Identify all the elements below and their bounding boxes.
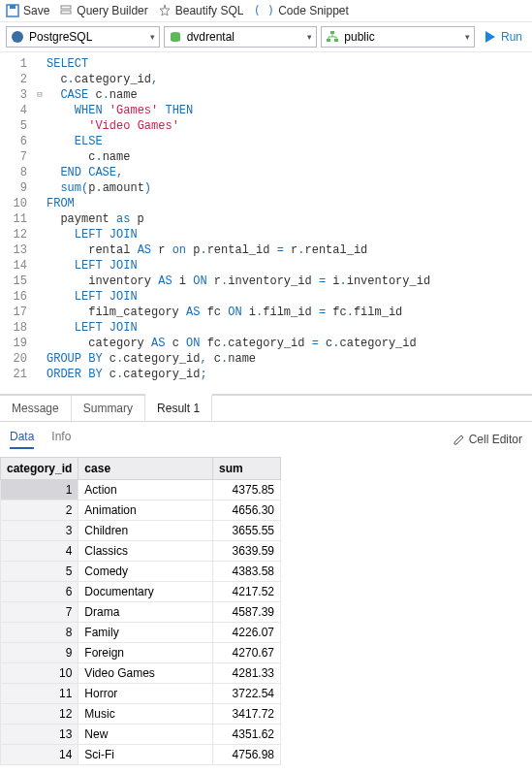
cell-sum[interactable]: 4226.07 — [213, 623, 281, 643]
tab-result1[interactable]: Result 1 — [145, 394, 212, 421]
table-row[interactable]: 3Children3655.55 — [1, 521, 281, 541]
cell-sum[interactable]: 4281.33 — [213, 663, 281, 684]
query-builder-button[interactable]: Query Builder — [59, 4, 147, 17]
cell-case[interactable]: Family — [78, 623, 213, 643]
beautify-sql-button[interactable]: Beautify SQL — [158, 4, 244, 17]
cell-category-id[interactable]: 9 — [1, 643, 78, 663]
table-row[interactable]: 13New4351.62 — [1, 725, 281, 745]
cell-case[interactable]: Comedy — [78, 562, 213, 582]
code-line[interactable]: 13 rental AS r on p.rental_id = r.rental… — [0, 242, 532, 258]
code-line[interactable]: 1SELECT — [0, 56, 532, 72]
cell-category-id[interactable]: 5 — [1, 562, 78, 582]
table-row[interactable]: 8Family4226.07 — [1, 623, 281, 643]
code-line[interactable]: 12 LEFT JOIN — [0, 227, 532, 242]
code-line[interactable]: 20GROUP BY c.category_id, c.name — [0, 351, 532, 367]
database-dropdown[interactable]: dvdrental ▾ — [164, 26, 318, 48]
fold-toggle[interactable]: ⊟ — [33, 87, 47, 103]
cell-sum[interactable]: 4270.67 — [213, 643, 281, 663]
code-line[interactable]: 16 LEFT JOIN — [0, 289, 532, 305]
cell-category-id[interactable]: 13 — [1, 725, 78, 745]
schema-dropdown[interactable]: public ▾ — [321, 26, 475, 48]
cell-category-id[interactable]: 8 — [1, 623, 78, 643]
code-line[interactable]: 6 ELSE — [0, 134, 532, 149]
cell-sum[interactable]: 4383.58 — [213, 562, 281, 582]
code-line[interactable]: 15 inventory AS i ON r.inventory_id = i.… — [0, 274, 532, 289]
cell-case[interactable]: Sci-Fi — [78, 745, 213, 765]
cell-sum[interactable]: 4587.39 — [213, 602, 281, 623]
cell-category-id[interactable]: 7 — [1, 602, 78, 623]
cell-sum[interactable]: 4656.30 — [213, 500, 281, 521]
cell-sum[interactable]: 3639.59 — [213, 541, 281, 562]
table-row[interactable]: 9Foreign4270.67 — [1, 643, 281, 663]
tab-message[interactable]: Message — [0, 396, 72, 421]
cell-case[interactable]: New — [78, 725, 213, 745]
cell-category-id[interactable]: 1 — [1, 480, 78, 500]
code-line[interactable]: 3⊟ CASE c.name — [0, 87, 532, 103]
code-line[interactable]: 11 payment as p — [0, 211, 532, 227]
cell-category-id[interactable]: 4 — [1, 541, 78, 562]
code-line[interactable]: 10FROM — [0, 196, 532, 211]
cell-category-id[interactable]: 12 — [1, 704, 78, 725]
cell-case[interactable]: Music — [78, 704, 213, 725]
line-number: 14 — [0, 258, 33, 274]
col-sum[interactable]: sum — [213, 458, 281, 480]
table-row[interactable]: 4Classics3639.59 — [1, 541, 281, 562]
table-row[interactable]: 12Music3417.72 — [1, 704, 281, 725]
run-button[interactable]: Run — [479, 29, 526, 45]
cell-case[interactable]: Documentary — [78, 582, 213, 602]
code-line[interactable]: 2 c.category_id, — [0, 72, 532, 87]
table-row[interactable]: 11Horror3722.54 — [1, 684, 281, 704]
table-row[interactable]: 2Animation4656.30 — [1, 500, 281, 521]
cell-category-id[interactable]: 2 — [1, 500, 78, 521]
code-line[interactable]: 14 LEFT JOIN — [0, 258, 532, 274]
cell-case[interactable]: Horror — [78, 684, 213, 704]
cell-case[interactable]: Foreign — [78, 643, 213, 663]
cell-sum[interactable]: 4217.52 — [213, 582, 281, 602]
cell-editor-button[interactable]: Cell Editor — [453, 433, 522, 446]
code-line[interactable]: 5 'Video Games' — [0, 118, 532, 134]
code-line[interactable]: 4 WHEN 'Games' THEN — [0, 103, 532, 118]
cell-category-id[interactable]: 6 — [1, 582, 78, 602]
data-tab-data[interactable]: Data — [10, 430, 34, 449]
cell-category-id[interactable]: 14 — [1, 745, 78, 765]
cell-sum[interactable]: 4375.85 — [213, 480, 281, 500]
cell-case[interactable]: Drama — [78, 602, 213, 623]
result-tabs: Message Summary Result 1 — [0, 394, 532, 422]
cell-case[interactable]: Video Games — [78, 663, 213, 684]
cell-sum[interactable]: 3655.55 — [213, 521, 281, 541]
code-line[interactable]: 7 c.name — [0, 149, 532, 165]
cell-case[interactable]: Classics — [78, 541, 213, 562]
cell-case[interactable]: Action — [78, 480, 213, 500]
save-button[interactable]: Save — [6, 4, 49, 17]
data-tab-info[interactable]: Info — [51, 430, 71, 449]
cell-category-id[interactable]: 10 — [1, 663, 78, 684]
cell-sum[interactable]: 4351.62 — [213, 725, 281, 745]
code-line[interactable]: 19 category AS c ON fc.category_id = c.c… — [0, 336, 532, 351]
table-row[interactable]: 10Video Games4281.33 — [1, 663, 281, 684]
cell-sum[interactable]: 3417.72 — [213, 704, 281, 725]
code-line[interactable]: 8 END CASE, — [0, 165, 532, 180]
cell-category-id[interactable]: 3 — [1, 521, 78, 541]
cell-case[interactable]: Children — [78, 521, 213, 541]
table-row[interactable]: 6Documentary4217.52 — [1, 582, 281, 602]
sql-editor[interactable]: 1SELECT2 c.category_id,3⊟ CASE c.name4 W… — [0, 52, 532, 386]
cell-case[interactable]: Animation — [78, 500, 213, 521]
code-line[interactable]: 17 film_category AS fc ON i.film_id = fc… — [0, 305, 532, 320]
table-row[interactable]: 1Action4375.85 — [1, 480, 281, 500]
code-line[interactable]: 18 LEFT JOIN — [0, 320, 532, 336]
svg-rect-6 — [330, 31, 334, 34]
code-line[interactable]: 9 sum(p.amount) — [0, 180, 532, 196]
cell-sum[interactable]: 4756.98 — [213, 745, 281, 765]
code-line[interactable]: 21ORDER BY c.category_id; — [0, 367, 532, 382]
col-case[interactable]: case — [78, 458, 213, 480]
table-row[interactable]: 7Drama4587.39 — [1, 602, 281, 623]
code-snippet-button[interactable]: ( ) Code Snippet — [253, 4, 348, 17]
table-row[interactable]: 14Sci-Fi4756.98 — [1, 745, 281, 765]
col-category-id[interactable]: category_id — [1, 458, 78, 480]
tab-summary[interactable]: Summary — [72, 396, 145, 421]
fold-toggle — [33, 149, 47, 165]
cell-category-id[interactable]: 11 — [1, 684, 78, 704]
db-type-dropdown[interactable]: PostgreSQL ▾ — [6, 26, 160, 48]
cell-sum[interactable]: 3722.54 — [213, 684, 281, 704]
table-row[interactable]: 5Comedy4383.58 — [1, 562, 281, 582]
